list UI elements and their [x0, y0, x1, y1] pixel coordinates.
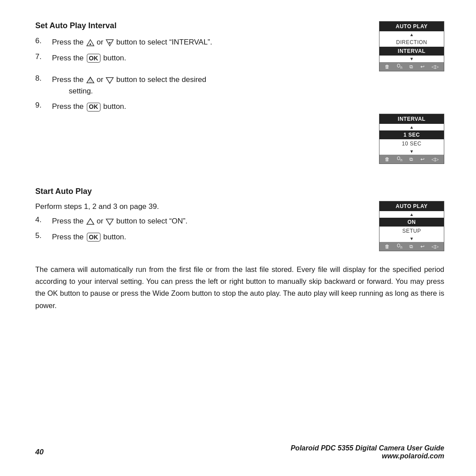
- step-5-num: 5.: [35, 231, 52, 240]
- page: Set Auto Play Interval 6. Press the ▲ or…: [0, 0, 476, 476]
- return-icon-1: ↩: [420, 64, 424, 70]
- paragraph-text: The camera will automatically run from t…: [35, 264, 444, 312]
- section-set-auto-play-interval: Set Auto Play Interval 6. Press the ▲ or…: [35, 21, 444, 164]
- menu1-header: AUTO PLAY: [379, 22, 444, 31]
- menu1-arrow-up: ▲: [379, 31, 444, 38]
- step-8-num: 8.: [35, 74, 52, 83]
- page-footer: 40 Polaroid PDC 5355 Digital Camera User…: [35, 444, 444, 460]
- menu-box-3: AUTO PLAY ▲ ON SETUP ▼ 🗑 On ⧉ ↩ ◁▷: [379, 201, 444, 251]
- svg-text:▼: ▼: [108, 41, 112, 45]
- or-label-1: or: [97, 38, 103, 46]
- copy-icon-3: ⧉: [409, 244, 413, 249]
- svg-marker-6: [106, 78, 113, 83]
- lr-icon-2: ◁▷: [431, 156, 439, 162]
- down-arrow-icon: ▼: [105, 38, 114, 47]
- on-icon-3: On: [397, 243, 402, 249]
- copy-icon-1: ⧉: [409, 64, 413, 70]
- menu3-arrow-up: ▲: [379, 211, 444, 218]
- step-8: 8. Press the ⬆ or button to select the d…: [35, 74, 363, 97]
- step-5: 5. Press the OK button.: [35, 231, 371, 243]
- trash-icon-1: 🗑: [385, 64, 390, 69]
- step-6-num: 6.: [35, 37, 52, 45]
- page-number: 40: [35, 448, 44, 457]
- or-label-2: or: [97, 75, 103, 84]
- svg-marker-8: [106, 219, 113, 225]
- menu1-item-interval: INTERVAL: [379, 47, 444, 56]
- menu2-arrow-up: ▲: [379, 124, 444, 130]
- step-5-text: Press the OK button.: [52, 231, 371, 243]
- footer-brand: Polaroid PDC 5355 Digital Camera User Gu…: [290, 444, 444, 460]
- menu3-header: AUTO PLAY: [379, 201, 444, 211]
- menu2-item-10sec: 10 SEC: [379, 139, 444, 148]
- section2-title: Start Auto Play: [35, 187, 371, 196]
- menu2-footer: 🗑 On ⧉ ↩ ◁▷: [379, 155, 444, 164]
- step-7-num: 7.: [35, 52, 52, 61]
- on-icon-1: On: [397, 63, 402, 70]
- section1-title: Set Auto Play Interval: [35, 21, 363, 30]
- menu3-footer: 🗑 On ⧉ ↩ ◁▷: [379, 242, 444, 251]
- menu1-item-direction: DIRECTION: [379, 38, 444, 47]
- step-9-text: Press the OK button.: [52, 101, 363, 112]
- lr-icon-3: ◁▷: [431, 244, 439, 249]
- copy-icon-2: ⧉: [409, 156, 413, 162]
- section-start-auto-play: Start Auto Play Perform steps 1, 2 and 3…: [35, 187, 444, 251]
- step-6-text: Press the ▲ or ▼ button to select “INTER…: [52, 37, 363, 48]
- menu3-item-setup: SETUP: [379, 227, 444, 235]
- step-6: 6. Press the ▲ or ▼ button to select “IN…: [35, 37, 363, 48]
- lr-icon-1: ◁▷: [431, 64, 439, 70]
- menu-widget-2: INTERVAL ▲ 1 SEC 10 SEC ▼ 🗑 On ⧉ ↩ ◁▷: [379, 114, 444, 164]
- menu2-header: INTERVAL: [379, 114, 444, 124]
- menu2-arrow-down: ▼: [379, 148, 444, 155]
- brand-line2: www.polaroid.com: [290, 452, 444, 460]
- step-4: 4. Press the or button to select “ON”.: [35, 216, 371, 227]
- step-9: 9. Press the OK button.: [35, 101, 363, 112]
- return-icon-2: ↩: [420, 156, 424, 162]
- step-7-text: Press the OK button.: [52, 52, 363, 64]
- section-gap-1: [35, 176, 444, 187]
- menu1-footer: 🗑 On ⧉ ↩ ◁▷: [379, 62, 444, 71]
- step-9-num: 9.: [35, 101, 52, 110]
- brand-line1: Polaroid PDC 5355 Digital Camera User Gu…: [290, 444, 444, 452]
- menu-widget-3: AUTO PLAY ▲ ON SETUP ▼ 🗑 On ⧉ ↩ ◁▷: [379, 201, 444, 251]
- ok-button-icon-2: OK: [87, 103, 100, 112]
- step-8-line2: setting.: [69, 87, 93, 95]
- step-4-num: 4.: [35, 216, 52, 224]
- perform-text: Perform steps 1, 2 and 3 on page 39.: [35, 202, 371, 211]
- section1-content: Set Auto Play Interval 6. Press the ▲ or…: [35, 21, 363, 117]
- return-icon-3: ↩: [420, 244, 424, 249]
- up-arrow-icon-3: [86, 217, 95, 226]
- svg-text:▲: ▲: [89, 42, 92, 46]
- down-arrow-icon-3: [105, 217, 114, 226]
- menu3-arrow-down: ▼: [379, 235, 444, 242]
- menu-widgets-section1: AUTO PLAY ▲ DIRECTION INTERVAL ▼ 🗑 On ⧉ …: [371, 21, 444, 164]
- menu3-item-on: ON: [379, 218, 444, 227]
- menu-box-1: AUTO PLAY ▲ DIRECTION INTERVAL ▼ 🗑 On ⧉ …: [379, 21, 444, 71]
- up-arrow-icon: ▲: [86, 38, 95, 47]
- step-7: 7. Press the OK button.: [35, 52, 363, 64]
- or-label-3: or: [97, 217, 103, 225]
- svg-marker-7: [87, 219, 94, 224]
- ok-button-icon-3: OK: [87, 233, 100, 242]
- menu-widget-1: AUTO PLAY ▲ DIRECTION INTERVAL ▼ 🗑 On ⧉ …: [379, 21, 444, 71]
- menu2-item-1sec: 1 SEC: [379, 130, 444, 139]
- trash-icon-2: 🗑: [385, 156, 390, 162]
- step-4-text: Press the or button to select “ON”.: [52, 216, 371, 227]
- ok-button-icon-1: OK: [87, 54, 100, 63]
- step-8-text: Press the ⬆ or button to select the desi…: [52, 74, 363, 97]
- menu-box-2: INTERVAL ▲ 1 SEC 10 SEC ▼ 🗑 On ⧉ ↩ ◁▷: [379, 114, 444, 164]
- on-icon-2: On: [397, 156, 402, 162]
- menu1-arrow-down: ▼: [379, 56, 444, 62]
- trash-icon-3: 🗑: [385, 244, 390, 249]
- section2-content: Start Auto Play Perform steps 1, 2 and 3…: [35, 187, 371, 247]
- down-arrow-icon-2: [105, 76, 114, 85]
- up-arrow-icon-2: ⬆: [86, 76, 95, 85]
